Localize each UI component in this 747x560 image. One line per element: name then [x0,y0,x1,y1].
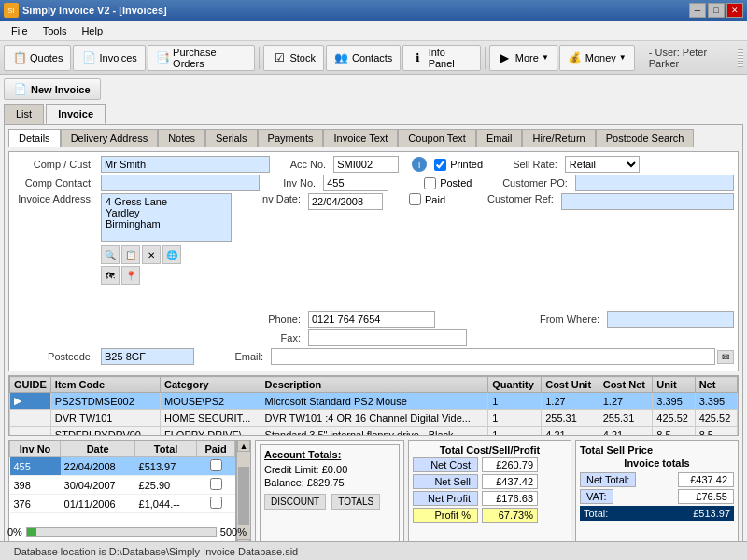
comp-cust-input[interactable] [101,156,270,173]
window-controls: ─ □ ✕ [689,3,743,18]
table-row[interactable]: ▶PS2STDMSE002MOUSE\PS2Microsoft Standard… [10,393,738,410]
vat-row: VAT: £76.55 [580,489,734,504]
net-sell-value: £437.42 [482,474,538,489]
net-sell-row: Net Sell: £437.42 [413,474,567,489]
new-invoice-section: 📄 New Invoice [4,78,743,100]
stock-icon: ☑ [272,50,287,65]
addr-search-btn[interactable]: 🔍 [101,245,120,264]
addr-globe-btn[interactable]: 🌐 [162,245,181,264]
app-icon: SI [4,3,19,18]
inv-no-input[interactable] [323,175,388,191]
subtab-delivery-address[interactable]: Delivery Address [61,129,159,147]
customer-ref-input[interactable] [561,193,734,210]
user-label: - User: Peter Parker [641,47,736,69]
postcode-input[interactable] [101,348,194,365]
net-profit-label: Net Profit: [413,491,478,506]
email-input[interactable] [271,348,715,365]
discount-button[interactable]: DISCOUNT [264,494,326,510]
comp-contact-input[interactable] [101,175,260,191]
paid-row: Paid [409,193,484,205]
subtab-email[interactable]: Email [476,129,523,147]
progress-bar [26,527,217,537]
customer-po-input[interactable] [575,175,734,191]
details-form: Comp / Cust: Acc No. i Printed Sell Rate… [8,151,739,371]
addr-copy-btn[interactable]: 📋 [121,245,140,264]
vat-value: £76.55 [678,489,734,504]
addr-pin-btn[interactable]: 📍 [121,266,140,285]
toolbar-contacts[interactable]: 👥 Contacts [326,45,401,71]
subtab-invoice-text[interactable]: Invoice Text [323,129,398,147]
tab-invoice[interactable]: Invoice [46,104,106,124]
toolbar-more[interactable]: ▶ More ▼ [489,45,557,71]
net-profit-row: Net Profit: £176.63 [413,491,567,506]
subtab-hire-return[interactable]: Hire/Return [522,129,595,147]
inv-date-label: Inv Date: [248,193,304,204]
toolbar-info-panel[interactable]: ℹ Info Panel [402,45,481,71]
sell-rate-select[interactable]: Retail [565,156,640,173]
invoice-address-textarea[interactable]: 4 Gress Lane Yardley Birmingham [101,193,232,242]
list-item[interactable]: 39830/04/2007£25.90 [10,476,235,495]
fax-input[interactable] [308,329,467,346]
subtab-coupon-text[interactable]: Coupon Text [398,129,476,147]
totals-button[interactable]: TOTALS [331,494,380,510]
list-item[interactable]: 45522/04/2008£513.97 [10,457,235,476]
col-category: Category [161,377,261,393]
invoice-table: GUIDE Item Code Category Description Qua… [9,376,738,436]
phone-input[interactable] [308,311,435,328]
col-quantity: Quantity [488,377,542,393]
toolbar-money[interactable]: 💰 Money ▼ [559,45,635,71]
list-paid-checkbox[interactable] [210,478,222,490]
acc-info-button[interactable]: i [412,157,427,172]
posted-checkbox[interactable] [424,177,436,189]
subtab-details[interactable]: Details [8,129,61,147]
menu-tools[interactable]: Tools [35,23,75,38]
zoom-level: 500% [220,526,247,538]
inv-date-input[interactable] [308,193,383,210]
paid-checkbox[interactable] [409,193,421,205]
addr-clear-btn[interactable]: ✕ [142,245,161,264]
table-row[interactable]: STDFPLPYDRV00...FLOPPY DRIVE\...Standard… [10,427,738,437]
list-paid-checkbox[interactable] [210,459,222,471]
subtab-payments[interactable]: Payments [258,129,324,147]
invoice-totals-subtitle: Invoice totals [580,457,734,469]
list-paid-checkbox[interactable] [210,497,222,509]
from-where-input[interactable] [607,311,734,328]
acc-no-input[interactable] [333,156,399,173]
minimize-button[interactable]: ─ [689,3,706,18]
menu-help[interactable]: Help [74,23,110,38]
col-guide: GUIDE [10,377,51,393]
maximize-button[interactable]: □ [708,3,725,18]
balance: Balance: £829.75 [264,477,395,488]
customer-po-label: Customer PO: [502,177,571,189]
subtab-notes[interactable]: Notes [158,129,205,147]
close-button[interactable]: ✕ [726,3,743,18]
net-sell-label: Net Sell: [413,474,478,489]
posted-row: Posted [424,177,499,189]
list-item[interactable]: 37601/11/2006£1,044.-- [10,495,235,513]
col-item-code: Item Code [50,377,160,393]
toolbar-invoices[interactable]: 📄 Invoices [73,45,145,71]
csp-title: Total Cost/Sell/Profit [413,444,567,455]
toolbar-quotes[interactable]: 📋 Quotes [4,45,71,71]
toolbar-stock[interactable]: ☑ Stock [263,45,324,71]
title-bar: SI Simply Invoice V2 - [Invoices] ─ □ ✕ [0,0,747,21]
tab-list[interactable]: List [4,104,44,124]
col-cost-unit: Cost Unit [542,377,599,393]
subtab-postcode-search[interactable]: Postcode Search [596,129,695,147]
scroll-up-btn[interactable]: ▲ [237,441,250,452]
comp-contact-label: Comp Contact: [13,177,97,189]
toolbar-purchase-orders[interactable]: 📑 Purchase Orders [148,45,256,71]
profit-pct-label: Profit %: [413,508,478,523]
printed-checkbox[interactable] [434,159,446,171]
table-row[interactable]: DVR TW101HOME SECURIT...DVR TW101 :4 OR … [10,410,738,427]
subtab-serials[interactable]: Serials [205,129,258,147]
col-cost-net: Cost Net [599,377,653,393]
menu-file[interactable]: File [4,23,35,38]
progress-fill [27,528,36,536]
addr-map-btn[interactable]: 🗺 [101,266,120,285]
new-invoice-icon: 📄 [14,83,27,95]
invoice-table-container[interactable]: GUIDE Item Code Category Description Qua… [8,375,739,436]
new-invoice-button[interactable]: 📄 New Invoice [4,78,101,100]
email-send-btn[interactable]: ✉ [717,350,734,364]
total-sell-title: Total Sell Price [580,444,734,455]
